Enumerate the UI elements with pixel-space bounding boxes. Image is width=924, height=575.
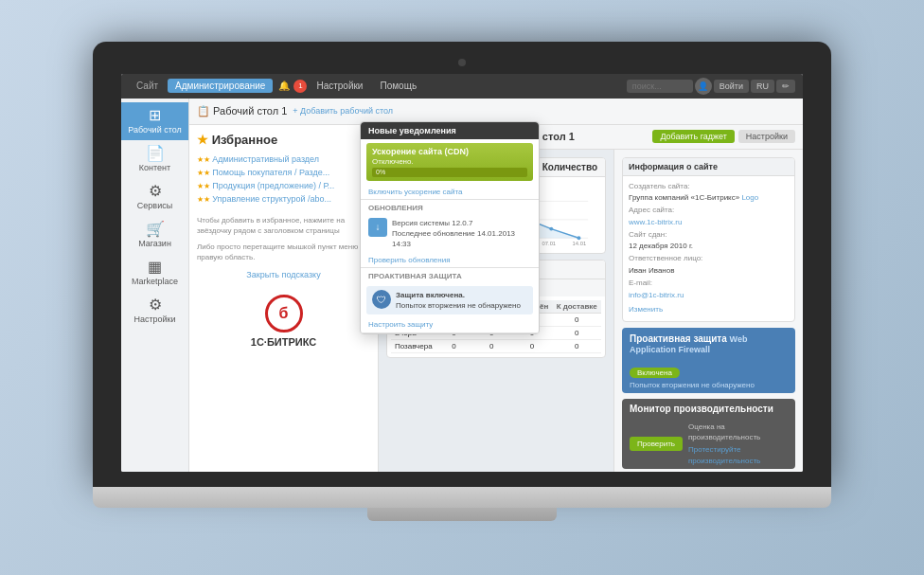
check-performance-button[interactable]: Проверить bbox=[630, 437, 683, 451]
search-input[interactable] bbox=[627, 80, 693, 93]
perf-desc: Оценка на производительность bbox=[688, 422, 788, 442]
sidebar-item-content[interactable]: 📄 Контент bbox=[121, 140, 188, 178]
logo-text: 1С·БИТРИКС bbox=[197, 336, 370, 348]
email-value[interactable]: info@1c-bitrix.ru bbox=[629, 291, 684, 299]
sidebar: ⊞ Рабочий стол 📄 Контент ⚙ Сервисы 🛒 bbox=[121, 99, 189, 472]
protection-title: Проактивная защита bbox=[630, 333, 727, 344]
login-button[interactable]: Войти bbox=[714, 80, 749, 93]
services-icon: ⚙ bbox=[149, 184, 162, 199]
site-info-section: Информация о сайте Создатель сайта: Груп… bbox=[622, 157, 795, 323]
sidebar-item-marketplace[interactable]: ▦ Marketplace bbox=[121, 254, 188, 292]
lang-button[interactable]: RU bbox=[751, 80, 774, 93]
fav-item-admin[interactable]: Административный раздел bbox=[197, 153, 370, 166]
nav-admin[interactable]: Администрирование bbox=[168, 79, 273, 93]
popup-updates-section: Обновления ↓ Версия системы 12.0.7 После… bbox=[361, 200, 539, 269]
perf-header: Монитор производительности bbox=[622, 399, 795, 419]
protect-status: Защита включена. bbox=[396, 290, 521, 300]
creator-link[interactable]: Logo bbox=[741, 193, 758, 202]
top-nav: Сайт Администрирование 🔔 1 Настройки Пом… bbox=[121, 74, 803, 99]
popup-check-updates-link[interactable]: Проверить обновления bbox=[361, 253, 539, 267]
address-label: Адрес сайта: bbox=[629, 206, 674, 214]
protect-info: Защита включена. Попыток вторжения не об… bbox=[396, 290, 521, 311]
popup-update-item: ↓ Версия системы 12.0.7 Последнее обновл… bbox=[361, 214, 539, 254]
protection-header: Проактивная защита Web Application Firew… bbox=[622, 328, 795, 360]
edit-link[interactable]: Изменить bbox=[629, 305, 663, 314]
sidebar-item-shop[interactable]: 🛒 Магазин bbox=[121, 216, 188, 254]
add-gadget-button[interactable]: Добавить гаджет bbox=[652, 130, 734, 143]
creator-value: Группа компаний «1С-Битрикс» bbox=[629, 193, 739, 202]
popup-accel-item: Ускорение сайта (CDN) Отключено. 0% bbox=[366, 143, 533, 181]
shop-icon: 🛒 bbox=[146, 222, 165, 237]
col-delivery: К доставке bbox=[552, 300, 601, 314]
marketplace-icon: ▦ bbox=[148, 260, 162, 275]
update-version: Версия системы 12.0.7 bbox=[392, 218, 531, 228]
fav-item-products[interactable]: Продукция (предложение) / Р... bbox=[197, 179, 370, 192]
address-value[interactable]: www.1c-bitrix.ru bbox=[629, 218, 682, 226]
sidebar-content-label: Контент bbox=[139, 163, 170, 172]
sidebar-shop-label: Магазин bbox=[138, 239, 171, 248]
order-row-2daysago: Позавчера 0 0 0 0 bbox=[391, 339, 601, 352]
content-area: 📋 Рабочий стол 1 + Добавить рабочий стол… bbox=[189, 99, 803, 472]
ui-root: Сайт Администрирование 🔔 1 Настройки Пом… bbox=[121, 74, 803, 472]
email-label: E-mail: bbox=[629, 279, 652, 287]
row-2days-paid: 0 bbox=[471, 339, 512, 352]
popup-protection-settings-link[interactable]: Настроить защиту bbox=[361, 318, 539, 332]
laptop-camera bbox=[458, 59, 466, 66]
svg-text:14.01: 14.01 bbox=[573, 241, 587, 246]
performance-section: Монитор производительности Проверить Оце… bbox=[622, 399, 795, 469]
update-info: Версия системы 12.0.7 Последнее обновлен… bbox=[392, 218, 531, 250]
nav-help[interactable]: Помощь bbox=[372, 79, 424, 93]
svg-point-7 bbox=[577, 236, 580, 240]
edit-button[interactable]: ✏ bbox=[776, 80, 795, 93]
fav-item-structure[interactable]: Управление структурой /abo... bbox=[197, 192, 370, 206]
sidebar-item-desktop[interactable]: ⊞ Рабочий стол bbox=[121, 102, 188, 140]
close-panel-button[interactable]: Закрыть подсказку bbox=[197, 270, 370, 279]
sidebar-desktop-label: Рабочий стол bbox=[128, 125, 182, 135]
desktop-settings-button[interactable]: Настройки bbox=[738, 130, 795, 143]
add-desktop-button[interactable]: + Добавить рабочий стол bbox=[293, 106, 393, 116]
svg-point-6 bbox=[549, 226, 553, 230]
laptop-shell: Сайт Администрирование 🔔 1 Настройки Пом… bbox=[93, 42, 831, 534]
popup-enable-link[interactable]: Включить ускорение сайта bbox=[361, 185, 539, 199]
notifications-popup: Новые уведомления Ускорение сайта (CDN) … bbox=[360, 121, 540, 335]
laptop-stand bbox=[367, 508, 557, 521]
row-today-delivery: 0 bbox=[552, 313, 601, 326]
sidebar-item-services[interactable]: ⚙ Сервисы bbox=[121, 178, 188, 216]
subheader-title: 📋 Рабочий стол 1 bbox=[197, 105, 287, 117]
popup-accel-title: Ускорение сайта (CDN) bbox=[372, 147, 527, 156]
protect-detail: Попыток вторжения не обнаружено bbox=[396, 300, 521, 311]
logo-symbol: б bbox=[279, 305, 289, 322]
perf-link[interactable]: Протестируйте производительность bbox=[688, 445, 760, 465]
sidebar-services-label: Сервисы bbox=[137, 201, 172, 210]
date-value: 12 декабря 2010 г. bbox=[629, 242, 693, 250]
popup-header: Новые уведомления bbox=[361, 122, 539, 139]
row-2days-delivery: 0 bbox=[552, 339, 601, 352]
date-label: Сайт сдан: bbox=[629, 230, 666, 239]
logo-circle: б bbox=[265, 295, 303, 332]
svg-text:07.01: 07.01 bbox=[542, 241, 557, 246]
protection-status-badge: Включена bbox=[630, 368, 680, 378]
popup-protection-section: Проактивная защита 🛡 Защита включена. По… bbox=[361, 268, 539, 333]
main-layout: ⊞ Рабочий стол 📄 Контент ⚙ Сервисы 🛒 bbox=[121, 99, 803, 472]
add-fav-hint: Чтобы добавить в избранное, нажмите на з… bbox=[197, 215, 370, 236]
info-panel: Информация о сайте Создатель сайта: Груп… bbox=[613, 150, 803, 472]
update-date: Последнее обновление 14.01.2013 14:33 bbox=[392, 228, 531, 249]
laptop-screen: Сайт Администрирование 🔔 1 Настройки Пом… bbox=[121, 74, 803, 472]
popup-protection-title: Проактивная защита bbox=[361, 268, 539, 282]
popup-accel-status: Отключено. bbox=[372, 157, 527, 166]
laptop-base bbox=[93, 487, 831, 508]
popup-progress-text: 0% bbox=[376, 169, 385, 175]
row-yesterday-delivery: 0 bbox=[552, 326, 601, 339]
creator-label: Создатель сайта: bbox=[629, 182, 690, 190]
sidebar-item-settings[interactable]: ⚙ Настройки bbox=[121, 292, 188, 330]
quantity-label: Количество bbox=[542, 162, 597, 172]
row-2days-label: Позавчера bbox=[391, 339, 436, 352]
logo-area: б 1С·БИТРИКС bbox=[197, 295, 370, 348]
nav-site[interactable]: Сайт bbox=[129, 79, 166, 93]
settings-icon: ⚙ bbox=[149, 297, 162, 313]
content-icon: 📄 bbox=[146, 146, 165, 161]
fav-item-help[interactable]: Помощь покупателя / Разде... bbox=[197, 166, 370, 179]
notifications-badge[interactable]: 1 bbox=[293, 80, 307, 93]
desktop-icon: ⊞ bbox=[149, 108, 161, 123]
nav-settings[interactable]: Настройки bbox=[309, 79, 370, 93]
